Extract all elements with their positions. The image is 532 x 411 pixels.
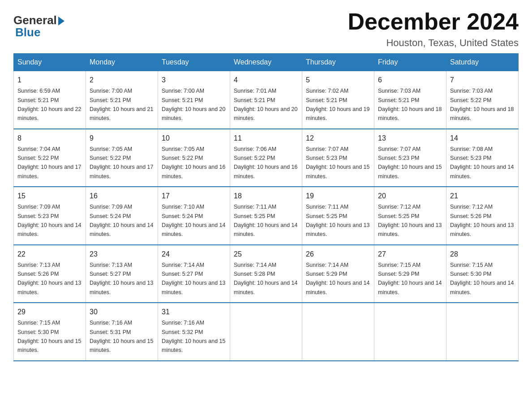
calendar-cell: 7Sunrise: 7:03 AMSunset: 5:22 PMDaylight… xyxy=(446,71,519,129)
day-number: 1 xyxy=(17,75,82,86)
calendar-cell: 31Sunrise: 7:16 AMSunset: 5:32 PMDayligh… xyxy=(158,303,230,361)
calendar-cell: 30Sunrise: 7:16 AMSunset: 5:31 PMDayligh… xyxy=(86,303,158,361)
calendar-cell: 16Sunrise: 7:09 AMSunset: 5:24 PMDayligh… xyxy=(86,187,158,245)
day-number: 11 xyxy=(234,133,298,144)
day-number: 18 xyxy=(234,191,298,201)
day-info: Sunrise: 7:14 AMSunset: 5:27 PMDaylight:… xyxy=(162,262,225,295)
calendar-cell: 14Sunrise: 7:08 AMSunset: 5:23 PMDayligh… xyxy=(446,129,519,187)
calendar-week-row: 29Sunrise: 7:15 AMSunset: 5:30 PMDayligh… xyxy=(14,303,519,361)
calendar-cell: 11Sunrise: 7:06 AMSunset: 5:22 PMDayligh… xyxy=(230,129,302,187)
day-info: Sunrise: 7:14 AMSunset: 5:28 PMDaylight:… xyxy=(234,262,297,295)
calendar-cell: 4Sunrise: 7:01 AMSunset: 5:21 PMDaylight… xyxy=(230,71,302,129)
weekday-header-wednesday: Wednesday xyxy=(230,54,302,71)
day-info: Sunrise: 7:05 AMSunset: 5:22 PMDaylight:… xyxy=(90,146,153,180)
day-info: Sunrise: 7:13 AMSunset: 5:27 PMDaylight:… xyxy=(90,262,153,295)
day-info: Sunrise: 7:01 AMSunset: 5:21 PMDaylight:… xyxy=(234,88,297,121)
day-info: Sunrise: 7:06 AMSunset: 5:22 PMDaylight:… xyxy=(234,146,297,180)
logo-blue-text: Blue xyxy=(13,26,40,39)
calendar-cell: 21Sunrise: 7:12 AMSunset: 5:26 PMDayligh… xyxy=(446,187,519,245)
day-info: Sunrise: 7:00 AMSunset: 5:21 PMDaylight:… xyxy=(90,88,153,121)
day-info: Sunrise: 7:02 AMSunset: 5:21 PMDaylight:… xyxy=(306,88,369,121)
calendar-cell: 6Sunrise: 7:03 AMSunset: 5:21 PMDaylight… xyxy=(374,71,446,129)
logo-arrow-icon xyxy=(58,17,64,26)
day-info: Sunrise: 7:08 AMSunset: 5:23 PMDaylight:… xyxy=(450,146,514,180)
month-title: December 2024 xyxy=(348,9,519,34)
day-info: Sunrise: 7:15 AMSunset: 5:30 PMDaylight:… xyxy=(17,320,81,353)
day-number: 6 xyxy=(378,75,442,86)
calendar-cell: 25Sunrise: 7:14 AMSunset: 5:28 PMDayligh… xyxy=(230,245,302,303)
day-number: 15 xyxy=(17,191,82,201)
day-number: 13 xyxy=(378,133,442,144)
calendar-cell: 8Sunrise: 7:04 AMSunset: 5:22 PMDaylight… xyxy=(14,129,86,187)
day-number: 16 xyxy=(90,191,154,201)
day-number: 22 xyxy=(17,249,82,260)
day-info: Sunrise: 7:07 AMSunset: 5:23 PMDaylight:… xyxy=(306,146,369,180)
day-info: Sunrise: 7:03 AMSunset: 5:21 PMDaylight:… xyxy=(378,88,442,121)
calendar-cell: 20Sunrise: 7:12 AMSunset: 5:25 PMDayligh… xyxy=(374,187,446,245)
day-number: 26 xyxy=(306,249,370,260)
day-info: Sunrise: 7:11 AMSunset: 5:25 PMDaylight:… xyxy=(234,204,297,237)
day-number: 8 xyxy=(17,133,82,144)
calendar-cell: 24Sunrise: 7:14 AMSunset: 5:27 PMDayligh… xyxy=(158,245,230,303)
day-info: Sunrise: 7:05 AMSunset: 5:22 PMDaylight:… xyxy=(162,146,225,180)
day-number: 5 xyxy=(306,75,370,86)
day-info: Sunrise: 7:09 AMSunset: 5:23 PMDaylight:… xyxy=(17,204,81,237)
day-info: Sunrise: 7:15 AMSunset: 5:30 PMDaylight:… xyxy=(450,262,514,295)
day-number: 30 xyxy=(90,307,154,317)
day-number: 27 xyxy=(378,249,442,260)
day-number: 24 xyxy=(162,249,226,260)
calendar-cell xyxy=(302,303,374,361)
day-info: Sunrise: 7:13 AMSunset: 5:26 PMDaylight:… xyxy=(17,262,81,295)
calendar-cell: 5Sunrise: 7:02 AMSunset: 5:21 PMDaylight… xyxy=(302,71,374,129)
calendar-cell: 3Sunrise: 7:00 AMSunset: 5:21 PMDaylight… xyxy=(158,71,230,129)
day-number: 21 xyxy=(450,191,515,201)
calendar-cell: 12Sunrise: 7:07 AMSunset: 5:23 PMDayligh… xyxy=(302,129,374,187)
day-info: Sunrise: 7:09 AMSunset: 5:24 PMDaylight:… xyxy=(90,204,153,237)
calendar-cell: 29Sunrise: 7:15 AMSunset: 5:30 PMDayligh… xyxy=(14,303,86,361)
calendar-cell: 9Sunrise: 7:05 AMSunset: 5:22 PMDaylight… xyxy=(86,129,158,187)
calendar-cell: 13Sunrise: 7:07 AMSunset: 5:23 PMDayligh… xyxy=(374,129,446,187)
calendar-cell: 22Sunrise: 7:13 AMSunset: 5:26 PMDayligh… xyxy=(14,245,86,303)
day-number: 9 xyxy=(90,133,154,144)
calendar-cell: 2Sunrise: 7:00 AMSunset: 5:21 PMDaylight… xyxy=(86,71,158,129)
title-section: December 2024 Houston, Texas, United Sta… xyxy=(348,9,519,49)
weekday-header-row: SundayMondayTuesdayWednesdayThursdayFrid… xyxy=(14,54,519,71)
calendar-cell: 15Sunrise: 7:09 AMSunset: 5:23 PMDayligh… xyxy=(14,187,86,245)
calendar-cell: 27Sunrise: 7:15 AMSunset: 5:29 PMDayligh… xyxy=(374,245,446,303)
day-info: Sunrise: 7:11 AMSunset: 5:25 PMDaylight:… xyxy=(306,204,369,237)
day-number: 29 xyxy=(17,307,82,317)
day-number: 14 xyxy=(450,133,515,144)
weekday-header-friday: Friday xyxy=(374,54,446,71)
calendar-week-row: 8Sunrise: 7:04 AMSunset: 5:22 PMDaylight… xyxy=(14,129,519,187)
calendar-cell: 10Sunrise: 7:05 AMSunset: 5:22 PMDayligh… xyxy=(158,129,230,187)
calendar-cell xyxy=(446,303,519,361)
day-info: Sunrise: 7:00 AMSunset: 5:21 PMDaylight:… xyxy=(162,88,225,121)
day-info: Sunrise: 6:59 AMSunset: 5:21 PMDaylight:… xyxy=(17,88,81,121)
day-info: Sunrise: 7:03 AMSunset: 5:22 PMDaylight:… xyxy=(450,88,514,121)
day-info: Sunrise: 7:10 AMSunset: 5:24 PMDaylight:… xyxy=(162,204,225,237)
day-info: Sunrise: 7:16 AMSunset: 5:31 PMDaylight:… xyxy=(90,320,153,353)
day-number: 12 xyxy=(306,133,370,144)
weekday-header-saturday: Saturday xyxy=(446,54,519,71)
day-number: 19 xyxy=(306,191,370,201)
calendar-week-row: 22Sunrise: 7:13 AMSunset: 5:26 PMDayligh… xyxy=(14,245,519,303)
day-info: Sunrise: 7:15 AMSunset: 5:29 PMDaylight:… xyxy=(378,262,442,295)
day-number: 20 xyxy=(378,191,442,201)
calendar-week-row: 1Sunrise: 6:59 AMSunset: 5:21 PMDaylight… xyxy=(14,71,519,129)
calendar-cell: 1Sunrise: 6:59 AMSunset: 5:21 PMDaylight… xyxy=(14,71,86,129)
weekday-header-tuesday: Tuesday xyxy=(158,54,230,71)
calendar-cell: 26Sunrise: 7:14 AMSunset: 5:29 PMDayligh… xyxy=(302,245,374,303)
day-info: Sunrise: 7:12 AMSunset: 5:25 PMDaylight:… xyxy=(378,204,442,237)
day-info: Sunrise: 7:16 AMSunset: 5:32 PMDaylight:… xyxy=(162,320,225,353)
calendar-week-row: 15Sunrise: 7:09 AMSunset: 5:23 PMDayligh… xyxy=(14,187,519,245)
calendar-cell: 18Sunrise: 7:11 AMSunset: 5:25 PMDayligh… xyxy=(230,187,302,245)
day-number: 4 xyxy=(234,75,298,86)
calendar-cell xyxy=(230,303,302,361)
day-number: 31 xyxy=(162,307,226,317)
calendar-cell: 23Sunrise: 7:13 AMSunset: 5:27 PMDayligh… xyxy=(86,245,158,303)
day-info: Sunrise: 7:07 AMSunset: 5:23 PMDaylight:… xyxy=(378,146,442,180)
day-number: 23 xyxy=(90,249,154,260)
day-info: Sunrise: 7:14 AMSunset: 5:29 PMDaylight:… xyxy=(306,262,369,295)
weekday-header-sunday: Sunday xyxy=(14,54,86,71)
day-number: 28 xyxy=(450,249,515,260)
